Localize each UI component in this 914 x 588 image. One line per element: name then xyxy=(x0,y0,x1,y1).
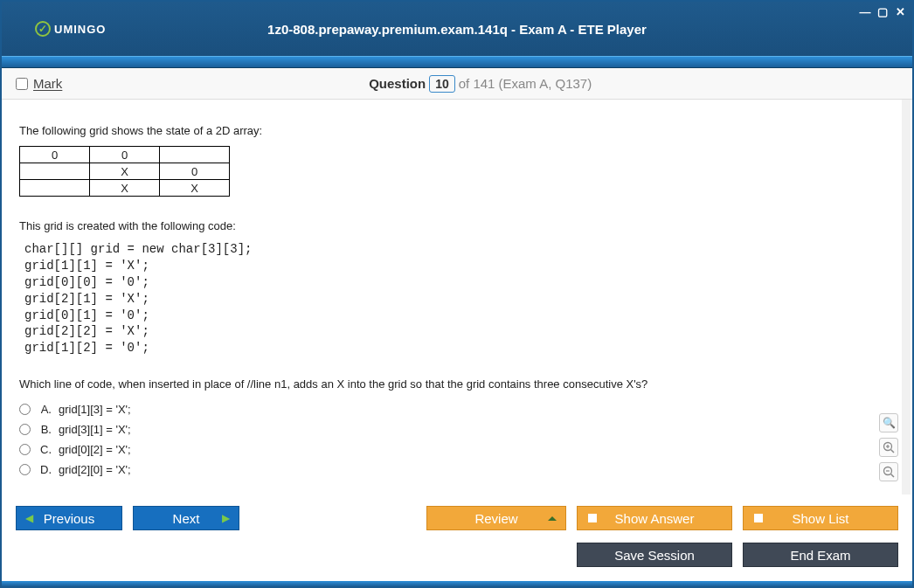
answer-radio[interactable] xyxy=(19,424,31,435)
check-icon xyxy=(35,21,51,37)
array-grid: 00 X0 XX xyxy=(19,146,230,197)
svg-line-1 xyxy=(891,450,895,453)
answer-radio[interactable] xyxy=(19,404,31,415)
mark-checkbox[interactable] xyxy=(16,78,28,90)
accent-band xyxy=(2,56,912,68)
question-number: 10 xyxy=(429,75,455,93)
show-answer-button[interactable]: Show Answer xyxy=(577,506,732,530)
answer-option[interactable]: D. grid[2][0] = 'X'; xyxy=(19,463,895,476)
answer-radio[interactable] xyxy=(19,464,31,475)
answer-option[interactable]: A. grid[1][3] = 'X'; xyxy=(19,403,895,416)
mark-label: Mark xyxy=(33,76,62,91)
question-word: Question xyxy=(369,76,426,91)
zoom-in-icon[interactable] xyxy=(879,438,898,457)
title-bar: UMINGO 1z0-808.prepaway.premium.exam.141… xyxy=(2,2,912,56)
triangle-up-icon xyxy=(548,516,557,521)
question-content: The following grid shows the state of a … xyxy=(3,100,911,495)
question-indicator: Question 10 of 141 (Exam A, Q137) xyxy=(62,75,898,93)
mark-checkbox-wrap[interactable]: Mark xyxy=(16,76,62,91)
maximize-icon[interactable]: ▢ xyxy=(876,5,890,18)
show-list-button[interactable]: Show List xyxy=(743,506,898,530)
session-row: Save Session End Exam xyxy=(3,539,911,571)
chevron-left-icon: ◀ xyxy=(25,512,33,524)
brand-logo: UMINGO xyxy=(35,21,106,37)
stop-icon xyxy=(588,514,597,522)
question-total: of 141 xyxy=(459,76,495,91)
footer-band xyxy=(2,581,912,586)
chevron-right-icon: ▶ xyxy=(222,512,230,524)
zoom-tools: 🔍 xyxy=(879,413,898,481)
answer-option[interactable]: C. grid[0][2] = 'X'; xyxy=(19,443,895,456)
question-prompt: Which line of code, when inserted in pla… xyxy=(19,377,895,391)
next-button[interactable]: Next ▶ xyxy=(133,506,239,530)
scrollbar[interactable] xyxy=(902,100,911,495)
brand-text: UMINGO xyxy=(54,23,106,36)
minimize-icon[interactable]: — xyxy=(858,5,872,18)
code-block: char[][] grid = new char[3][3]; grid[1][… xyxy=(24,241,895,356)
question-header: Mark Question 10 of 141 (Exam A, Q137) xyxy=(2,68,912,100)
question-context: (Exam A, Q137) xyxy=(498,76,592,91)
question-intro: The following grid shows the state of a … xyxy=(19,124,895,137)
zoom-out-icon[interactable] xyxy=(879,462,898,481)
save-session-button[interactable]: Save Session xyxy=(577,543,732,567)
close-icon[interactable]: ✕ xyxy=(893,5,907,18)
previous-button[interactable]: ◀ Previous xyxy=(16,506,122,530)
stop-icon xyxy=(754,514,763,522)
answer-list: A. grid[1][3] = 'X'; B. grid[3][1] = 'X'… xyxy=(19,403,895,476)
window-title: 1z0-808.prepaway.premium.exam.141q - Exa… xyxy=(267,22,647,37)
answer-radio[interactable] xyxy=(19,444,31,455)
nav-row: ◀ Previous Next ▶ Review Show Answer Sho… xyxy=(3,502,911,534)
answer-option[interactable]: B. grid[3][1] = 'X'; xyxy=(19,423,895,436)
window-controls: — ▢ ✕ xyxy=(858,5,907,18)
created-with-text: This grid is created with the following … xyxy=(19,219,895,232)
end-exam-button[interactable]: End Exam xyxy=(743,543,898,567)
svg-line-5 xyxy=(891,474,895,478)
review-button[interactable]: Review xyxy=(426,506,566,530)
search-icon[interactable]: 🔍 xyxy=(879,413,898,432)
